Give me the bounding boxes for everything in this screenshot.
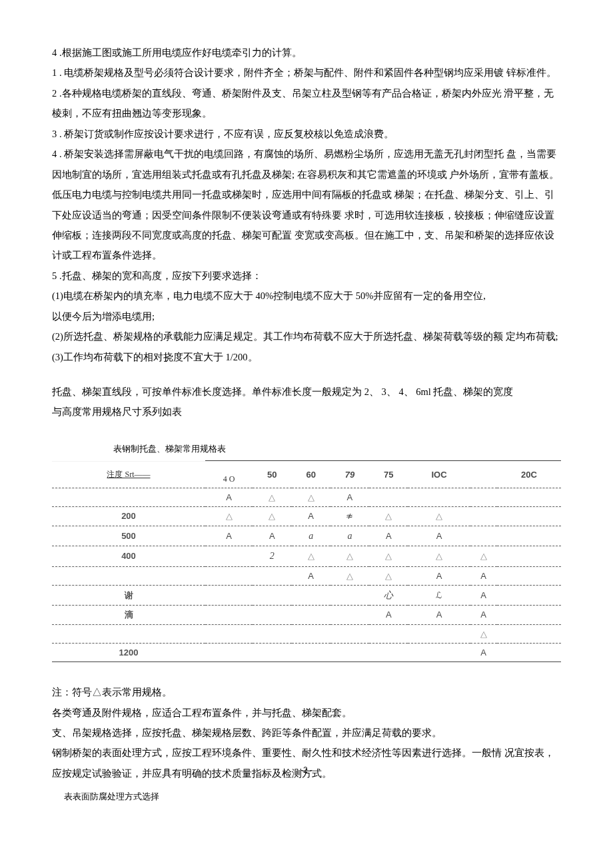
table-cell	[369, 624, 408, 643]
body-text: 4 .根据施工图或施工所用电缆应作好电缆牵引力的计算。 1 . 电缆桥架规格及型…	[52, 43, 561, 422]
col-header: 4 O	[205, 461, 253, 488]
table-cell	[253, 624, 291, 643]
table-cell: 心	[369, 585, 408, 605]
table-cell: △	[369, 546, 408, 566]
row-label	[52, 624, 205, 643]
table-cell	[205, 643, 253, 661]
col-header: 60	[292, 461, 330, 488]
paragraph: (3)工作均布荷载下的相对挠度不宜大于 1/200。	[52, 347, 561, 367]
table-cell: A	[470, 566, 497, 585]
table-cell	[497, 643, 561, 661]
table-cell	[497, 624, 561, 643]
row-label	[52, 566, 205, 585]
table-row: 200△△A≉△△	[52, 507, 561, 526]
table-header-row: 注度 Srt—— 4 O 50 60 79 75 IOC 20C	[52, 461, 561, 488]
paragraph: 3 . 桥架订货或制作应按设计要求进行，不应有误，应反复校核以免造成浪费。	[52, 124, 561, 144]
table-cell: a	[330, 526, 369, 546]
row-label: 1200	[52, 643, 205, 661]
table-cell	[253, 585, 291, 605]
table-cell: △	[292, 488, 330, 507]
table-cell: △	[292, 546, 330, 566]
table-header-left: 注度 Srt——	[52, 461, 205, 488]
table-cell	[470, 507, 497, 526]
table-cell	[470, 526, 497, 546]
paragraph: (2)所选托盘、桥架规格的承载能力应满足规定。其工作均布荷载不应大于所选托盘、梯…	[52, 326, 561, 346]
paragraph: 以便今后为增添电缆用;	[52, 306, 561, 326]
table-cell: △	[470, 624, 497, 643]
col-header: 79	[330, 461, 369, 488]
table-cell	[330, 643, 369, 661]
table-row: A△△A	[52, 488, 561, 507]
table-cell: A	[408, 526, 470, 546]
table-cell	[497, 488, 561, 507]
table-cell: A	[253, 526, 291, 546]
note: 各类弯通及附件规格，应适合工程布置条件，并与托盘、梯架配套。	[52, 703, 561, 723]
table-cell	[330, 606, 369, 624]
table-cell	[292, 643, 330, 661]
table-cell: 2	[253, 546, 291, 566]
table-cell: A	[330, 488, 369, 507]
note: 支、吊架规格选择，应按托盘、梯架规格层数、跨距等条件配置，并应满足荷载的要求。	[52, 723, 561, 743]
table-cell: △	[369, 566, 408, 585]
row-label	[52, 488, 205, 507]
table-cell	[497, 585, 561, 605]
table-cell	[205, 546, 253, 566]
table-cell: △	[408, 546, 470, 566]
table-row: 4002△△△△△	[52, 546, 561, 566]
table-cell	[470, 488, 497, 507]
paragraph: (1)电缆在桥架内的填充率，电力电缆不应大于 40%控制电缆不应大于 50%并应…	[52, 286, 561, 306]
table-cell	[497, 606, 561, 624]
table-cell	[205, 585, 253, 605]
table-row: 谢心ℒA	[52, 585, 561, 605]
table-row: 1200A	[52, 643, 561, 661]
table-cell: △	[253, 507, 291, 526]
col-header	[470, 461, 497, 488]
table-cell	[205, 566, 253, 585]
table-cell	[253, 566, 291, 585]
table-cell	[369, 488, 408, 507]
table-cell: A	[369, 606, 408, 624]
table-cell	[205, 606, 253, 624]
row-label: 谢	[52, 585, 205, 605]
table-cell: A	[470, 585, 497, 605]
table-cell: A	[292, 507, 330, 526]
table-row: 500AAaaAA	[52, 526, 561, 546]
table-cell: △	[330, 566, 369, 585]
table-cell	[497, 546, 561, 566]
row-label: 500	[52, 526, 205, 546]
table-cell: △	[369, 507, 408, 526]
col-header: IOC	[408, 461, 470, 488]
col-header: 75	[369, 461, 408, 488]
table-cell	[497, 507, 561, 526]
row-label: 400	[52, 546, 205, 566]
table-cell: A	[470, 606, 497, 624]
table-cell	[330, 585, 369, 605]
table-cell: A	[205, 488, 253, 507]
table-cell	[292, 624, 330, 643]
table-cell	[497, 526, 561, 546]
table-cell: △	[330, 546, 369, 566]
table-cell: △	[253, 488, 291, 507]
table-cell	[292, 606, 330, 624]
row-label: 200	[52, 507, 205, 526]
row-label: 滴	[52, 606, 205, 624]
table-cell	[408, 488, 470, 507]
table-cell	[205, 624, 253, 643]
table-cell: ℒ	[408, 585, 470, 605]
table-row: 滴AAA	[52, 606, 561, 624]
table-cell	[369, 643, 408, 661]
paragraph: 与高度常用规格尺寸系列如表	[52, 402, 561, 422]
table-cell: △	[470, 546, 497, 566]
table-cell: A	[470, 643, 497, 661]
table-cell: a	[292, 526, 330, 546]
paragraph: 2 .各种规格电缆桥架的直线段、弯通、桥架附件及支、吊架立柱及型钢等有产品合格证…	[52, 83, 561, 124]
table-row: A△△AA	[52, 566, 561, 585]
table-cell	[497, 566, 561, 585]
table-cell	[408, 643, 470, 661]
note: 注：符号△表示常用规格。	[52, 682, 561, 702]
table-cell: A	[408, 606, 470, 624]
col-header: 50	[253, 461, 291, 488]
col-header: 20C	[497, 461, 561, 488]
table-cell	[292, 585, 330, 605]
table-cell	[330, 624, 369, 643]
